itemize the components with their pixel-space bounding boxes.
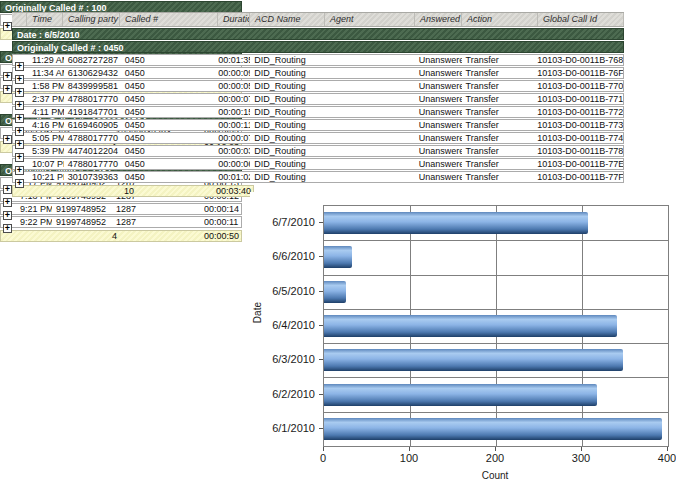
bar-6-4-2010[interactable] bbox=[324, 315, 617, 337]
called-number-cell: 0450 bbox=[121, 81, 219, 91]
group-summary-row: 1000:03:40 bbox=[12, 185, 254, 197]
y-axis-tick bbox=[319, 256, 323, 257]
table-row[interactable]: +11:29 AM6082727287045000:01:35DID_Routi… bbox=[12, 54, 624, 66]
called-number-cell: 0450 bbox=[121, 146, 219, 156]
horizontal-gridline bbox=[324, 343, 668, 344]
column-header-expand[interactable] bbox=[12, 13, 27, 26]
summary-spacer bbox=[1, 231, 112, 241]
table-row[interactable]: +4:16 PM6169460905045000:00:11DID_Routin… bbox=[12, 119, 624, 131]
y-axis-tick-label: 6/2/2010 bbox=[259, 388, 315, 400]
date-group-header[interactable]: Date : 6/5/2010 bbox=[12, 28, 624, 40]
group-gap bbox=[0, 242, 242, 252]
called-number-cell: 0450 bbox=[121, 133, 219, 143]
table-row[interactable]: +5:05 PM4788017770045000:00:07DID_Routin… bbox=[12, 132, 624, 144]
acd-name-cell: DID_Routing bbox=[250, 133, 325, 143]
duration-cell: 00:01:35 bbox=[218, 55, 250, 65]
action-cell: Transfer bbox=[462, 172, 538, 182]
table-row[interactable]: +9:22 PM9199748952128700:00:11 bbox=[0, 216, 242, 228]
time-cell: 11:34 AM bbox=[28, 68, 64, 78]
column-header-acd-name[interactable]: ACD Name bbox=[250, 13, 325, 26]
called-number-cell: 0450 bbox=[121, 172, 219, 182]
column-header-global-call-id[interactable]: Global Call Id bbox=[538, 13, 624, 26]
called-number-cell: 0450 bbox=[121, 159, 219, 169]
summary-count-cell: 10 bbox=[124, 186, 216, 196]
acd-name-cell: DID_Routing bbox=[250, 172, 325, 182]
agent-cell bbox=[325, 146, 415, 156]
table-row[interactable]: +2:37 PM4788017770045000:00:07DID_Routin… bbox=[12, 93, 624, 105]
table-row[interactable]: +10:21 PM3010739363045000:01:02DID_Routi… bbox=[12, 171, 624, 183]
calling-party-cell: 6130629432 bbox=[64, 68, 121, 78]
x-axis-tick-label: 300 bbox=[561, 452, 601, 464]
calling-party-cell: 4788017770 bbox=[64, 94, 121, 104]
column-header-answered[interactable]: Answered bbox=[415, 13, 462, 26]
answered-cell: Unanswered bbox=[415, 120, 462, 130]
originally-called-group-header[interactable]: Originally Called # : 0450 bbox=[12, 41, 624, 53]
horizontal-gridline bbox=[324, 240, 668, 241]
column-header-time[interactable]: Time bbox=[27, 13, 63, 26]
bar-6-5-2010[interactable] bbox=[324, 281, 346, 303]
global-call-id-cell: 10103-D0-0011B-773 bbox=[537, 120, 623, 130]
calling-party-cell: 4474012204 bbox=[64, 146, 121, 156]
table-row[interactable]: +1:58 PM8439999581045000:00:05DID_Routin… bbox=[12, 80, 624, 92]
x-axis-tick bbox=[581, 447, 582, 451]
table-row[interactable]: +5:39 PM4474012204045000:00:03DID_Routin… bbox=[12, 145, 624, 157]
acd-name-cell: DID_Routing bbox=[250, 159, 325, 169]
column-header-called-[interactable]: Called # bbox=[120, 13, 218, 26]
expand-cell: + bbox=[13, 81, 28, 91]
chart-x-axis-title: Count bbox=[323, 470, 667, 481]
called-number-cell: 1287 bbox=[112, 217, 204, 227]
column-header-duration[interactable]: Duration bbox=[218, 13, 250, 26]
bar-6-6-2010[interactable] bbox=[324, 246, 352, 268]
time-cell: 2:37 PM bbox=[28, 94, 64, 104]
called-number-cell: 0450 bbox=[121, 94, 219, 104]
column-header-action[interactable]: Action bbox=[462, 13, 538, 26]
time-cell: 5:05 PM bbox=[28, 133, 64, 143]
agent-cell bbox=[325, 81, 415, 91]
table-row[interactable]: +10:07 PM4788017770045000:00:06DID_Routi… bbox=[12, 158, 624, 170]
bar-6-2-2010[interactable] bbox=[324, 384, 597, 406]
table-row[interactable]: +9:21 PM9199748952128700:00:14 bbox=[0, 203, 242, 215]
answered-cell: Unanswered bbox=[415, 81, 462, 91]
x-axis-tick-label: 100 bbox=[389, 452, 429, 464]
bar-6-1-2010[interactable] bbox=[324, 418, 662, 440]
answered-cell: Unanswered bbox=[415, 94, 462, 104]
y-axis-tick bbox=[319, 291, 323, 292]
time-cell: 4:16 PM bbox=[28, 120, 64, 130]
answered-cell: Unanswered bbox=[415, 68, 462, 78]
y-axis-tick-label: 6/1/2010 bbox=[259, 422, 315, 434]
called-number-cell: 0450 bbox=[121, 107, 219, 117]
expand-cell: + bbox=[13, 146, 28, 156]
summary-duration-cell: 00:03:40 bbox=[216, 186, 251, 196]
x-axis-tick-label: 0 bbox=[303, 452, 343, 464]
y-axis-tick bbox=[319, 325, 323, 326]
expand-cell: + bbox=[1, 204, 16, 214]
column-header-calling-party-[interactable]: Calling party # bbox=[63, 13, 120, 26]
group-0450: Originally Called # : 0450+11:29 AM60827… bbox=[12, 41, 624, 197]
global-call-id-cell: 10103-D0-0011B-77E bbox=[537, 159, 623, 169]
acd-name-cell: DID_Routing bbox=[250, 55, 325, 65]
agent-cell bbox=[325, 94, 415, 104]
count-by-date-chart: Date Count 01002003004006/7/20106/6/2010… bbox=[250, 192, 676, 485]
acd-name-cell: DID_Routing bbox=[250, 146, 325, 156]
bar-6-7-2010[interactable] bbox=[324, 212, 588, 234]
horizontal-gridline bbox=[324, 377, 668, 378]
chart-plot-area bbox=[323, 205, 669, 447]
acd-name-cell: DID_Routing bbox=[250, 94, 325, 104]
duration-cell: 00:01:02 bbox=[218, 172, 250, 182]
x-axis-tick bbox=[409, 447, 410, 451]
bar-6-3-2010[interactable] bbox=[324, 349, 623, 371]
duration-cell: 00:00:07 bbox=[218, 94, 250, 104]
table-row[interactable]: +11:34 AM6130629432045000:00:09DID_Routi… bbox=[12, 67, 624, 79]
global-call-id-cell: 10103-D0-0011B-774 bbox=[537, 133, 623, 143]
column-header-agent[interactable]: Agent bbox=[325, 13, 415, 26]
y-axis-tick-label: 6/6/2010 bbox=[259, 250, 315, 262]
called-number-cell: 1287 bbox=[112, 204, 204, 214]
table-row[interactable]: +4:11 PM4191847701045000:00:15DID_Routin… bbox=[12, 106, 624, 118]
acd-name-cell: DID_Routing bbox=[250, 81, 325, 91]
agent-cell bbox=[325, 55, 415, 65]
y-axis-tick-label: 6/3/2010 bbox=[259, 353, 315, 365]
horizontal-gridline bbox=[324, 275, 668, 276]
answered-cell: Unanswered bbox=[415, 107, 462, 117]
answered-cell: Unanswered bbox=[415, 133, 462, 143]
global-call-id-cell: 10103-D0-0011B-768 bbox=[537, 55, 623, 65]
